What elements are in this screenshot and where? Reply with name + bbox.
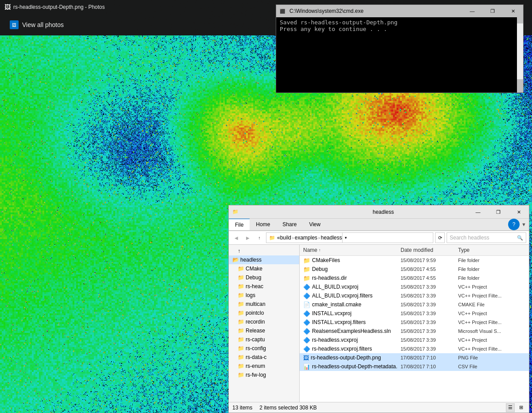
fe-address-current[interactable]: headless xyxy=(321,235,342,241)
cmd-title: C:\Windows\system32\cmd.exe xyxy=(289,8,363,14)
fe-forward-btn[interactable]: ▶ xyxy=(243,233,253,243)
fe-col-header-type[interactable]: Type xyxy=(455,246,512,254)
fe-tree-item-rsdatac[interactable]: 📁 rs-data-c xyxy=(229,353,299,362)
cmd-content: Saved rs-headless-output-Depth.png Press… xyxy=(276,17,523,93)
fe-file-icon: 📄 xyxy=(303,301,310,308)
fe-search-icon: 🔍 xyxy=(517,235,523,241)
fe-col-header-name[interactable]: Name ↑ xyxy=(300,246,397,254)
fe-tree-item-debug[interactable]: 📁 Debug xyxy=(229,273,299,282)
fe-file-icon: 📁 xyxy=(303,257,310,264)
table-row[interactable]: 📊 rs-headless-output-Depth-metadata.csv … xyxy=(300,362,529,371)
fe-back-btn[interactable]: ◀ xyxy=(231,233,241,243)
cmd-maximize-btn[interactable]: ❐ xyxy=(482,5,503,17)
fe-file-name-cell: 🔷 ALL_BUILD.vcxproj.filters xyxy=(300,293,397,299)
fe-address-build[interactable]: build xyxy=(280,235,291,241)
fe-filename-text: rs-headless.vcxproj xyxy=(312,337,358,343)
fe-refresh-btn[interactable]: ⟳ xyxy=(435,232,445,243)
fe-tree-item-logs[interactable]: 📁 logs xyxy=(229,291,299,300)
fe-file-date-cell: 17/08/2017 7:10 xyxy=(397,364,455,369)
fe-tree-item-rsenum[interactable]: 📁 rs-enum xyxy=(229,362,299,371)
fe-help-btn[interactable]: ? xyxy=(508,219,520,230)
cmd-scrollbar[interactable]: ▲ ▼ xyxy=(517,17,523,93)
cmd-minimize-btn[interactable]: — xyxy=(462,5,482,17)
fe-tree-item-recordin[interactable]: 📁 recordin xyxy=(229,317,299,326)
fe-tree-up-arrow[interactable]: ↑ xyxy=(229,247,299,255)
fe-tree-item-release[interactable]: 📁 Release xyxy=(229,326,299,335)
fe-tree-folder-icon-rsheac: 📁 xyxy=(238,283,244,289)
fe-filename-text: rs-headless-output-Depth.png xyxy=(311,355,381,361)
tab-home[interactable]: Home xyxy=(250,219,276,230)
table-row[interactable]: 📁 rs-headless.dir 15/08/2017 4:55 File f… xyxy=(300,274,529,282)
tab-file[interactable]: File xyxy=(229,218,250,230)
cmd-scroll-down[interactable]: ▼ xyxy=(517,86,523,93)
table-row[interactable]: 🔷 RealsenseExamplesHeadless.sln 15/08/20… xyxy=(300,327,529,336)
fe-filename-text: RealsenseExamplesHeadless.sln xyxy=(312,328,391,334)
cmd-line-2: Press any key to continue . . . xyxy=(280,26,520,32)
view-all-photos-button[interactable]: 🖼 View all photos xyxy=(4,18,69,32)
fe-tree-item-rsheac[interactable]: 📁 rs-heac xyxy=(229,282,299,291)
tab-share[interactable]: Share xyxy=(276,219,303,230)
fe-file-type-cell: VC++ Project xyxy=(455,311,512,316)
fe-file-date-cell: 15/08/2017 4:55 xyxy=(397,275,455,281)
fe-view-details-btn[interactable]: ☰ xyxy=(506,403,515,412)
fe-titlebar: 📁 headless — ❐ ✕ xyxy=(229,205,529,219)
table-row[interactable]: 🔷 ALL_BUILD.vcxproj.filters 15/08/2017 3… xyxy=(300,291,529,300)
cmd-window: ⬛ C:\Windows\system32\cmd.exe — ❐ ✕ Save… xyxy=(276,4,524,93)
table-row[interactable]: 🔷 INSTALL.vcxproj 15/08/2017 3:39 VC++ P… xyxy=(300,309,529,318)
table-row[interactable]: 📁 Debug 15/08/2017 4:55 File folder xyxy=(300,265,529,274)
fe-file-icon: 📁 xyxy=(303,266,310,273)
fe-tree-item-rscaptu[interactable]: 📁 rs-captu xyxy=(229,335,299,344)
table-row[interactable]: 🔷 INSTALL.vcxproj.filters 15/08/2017 3:3… xyxy=(300,318,529,327)
fe-tree-item-pointclo[interactable]: 📁 pointclo xyxy=(229,309,299,317)
fe-address-box[interactable]: 📁 « build › examples › headless ▾ xyxy=(266,232,433,243)
fe-tree-item-rsfwlog[interactable]: 📁 rs-fw-log xyxy=(229,371,299,379)
file-explorer-window: 📁 headless — ❐ ✕ File Home Share View ? … xyxy=(228,205,529,413)
fe-filename-text: Debug xyxy=(312,266,328,272)
fe-file-type-cell: File folder xyxy=(455,275,512,281)
fe-tree-sidebar: ↑ 📂 headless 📁 CMake 📁 Debug 📁 rs-heac 📁… xyxy=(229,245,300,402)
fe-col-header-date[interactable]: Date modified xyxy=(397,246,455,254)
fe-close-btn[interactable]: ✕ xyxy=(509,205,529,219)
table-row[interactable]: 🖼 rs-headless-output-Depth.png 17/08/201… xyxy=(300,353,529,362)
fe-tree-item-cmake[interactable]: 📁 CMake xyxy=(229,264,299,273)
table-row[interactable]: 🔷 ALL_BUILD.vcxproj 15/08/2017 3:39 VC++… xyxy=(300,282,529,291)
cmd-close-btn[interactable]: ✕ xyxy=(503,5,523,17)
table-row[interactable]: 📄 cmake_install.cmake 15/08/2017 3:39 CM… xyxy=(300,300,529,309)
fe-col-date-label: Date modified xyxy=(401,247,433,253)
fe-file-name-cell: 📁 Debug xyxy=(300,266,397,273)
fe-tree-folder-icon-multican: 📁 xyxy=(238,301,244,307)
fe-up-btn[interactable]: ↑ xyxy=(254,233,264,243)
fe-ribbon-tabs: File Home Share View ? ▼ xyxy=(229,219,529,231)
fe-file-type-cell: File folder xyxy=(455,266,512,272)
photos-icon: 🖼 xyxy=(4,4,11,11)
fe-tree-item-headless[interactable]: 📂 headless xyxy=(229,255,299,264)
fe-tree-label-recordin: recordin xyxy=(246,319,265,325)
fe-file-name-cell: 🔷 INSTALL.vcxproj xyxy=(300,310,397,317)
cmd-titlebar: ⬛ C:\Windows\system32\cmd.exe — ❐ ✕ xyxy=(276,5,523,17)
cmd-icon: ⬛ xyxy=(280,8,287,15)
table-row[interactable]: 📁 CMakeFiles 15/08/2017 9:59 File folder xyxy=(300,256,529,265)
fe-main-content: ↑ 📂 headless 📁 CMake 📁 Debug 📁 rs-heac 📁… xyxy=(229,245,529,402)
fe-maximize-btn[interactable]: ❐ xyxy=(488,205,509,219)
fe-file-icon: 📁 xyxy=(303,275,310,282)
fe-tree-folder-icon-rsconfig: 📁 xyxy=(238,345,244,351)
fe-tree-label-rsenum: rs-enum xyxy=(246,363,265,369)
fe-tree-item-multican[interactable]: 📁 multican xyxy=(229,300,299,309)
fe-filename-text: ALL_BUILD.vcxproj xyxy=(312,284,359,290)
cmd-scroll-up[interactable]: ▲ xyxy=(517,17,523,23)
fe-tree-label-rsfwlog: rs-fw-log xyxy=(246,372,266,378)
table-row[interactable]: 🔷 rs-headless.vcxproj 15/08/2017 3:39 VC… xyxy=(300,336,529,344)
fe-view-tiles-btn[interactable]: ⊞ xyxy=(517,403,525,412)
fe-ribbon-expand-btn[interactable]: ▼ xyxy=(521,222,526,227)
fe-file-type-cell: PNG File xyxy=(455,355,512,360)
fe-tree-item-rsconfig[interactable]: 📁 rs-config xyxy=(229,344,299,353)
fe-minimize-btn[interactable]: — xyxy=(468,205,488,219)
fe-tree-folder-icon-debug: 📁 xyxy=(238,274,244,281)
tab-view[interactable]: View xyxy=(303,219,327,230)
fe-address-dropdown-btn[interactable]: ▾ xyxy=(342,232,349,243)
fe-address-examples[interactable]: examples xyxy=(295,235,317,241)
fe-file-icon: 🔷 xyxy=(303,346,310,352)
fe-search-box[interactable]: Search headless 🔍 xyxy=(447,232,526,243)
table-row[interactable]: 🔷 rs-headless.vcxproj.filters 15/08/2017… xyxy=(300,344,529,353)
fe-file-icon: 🔷 xyxy=(303,337,310,344)
